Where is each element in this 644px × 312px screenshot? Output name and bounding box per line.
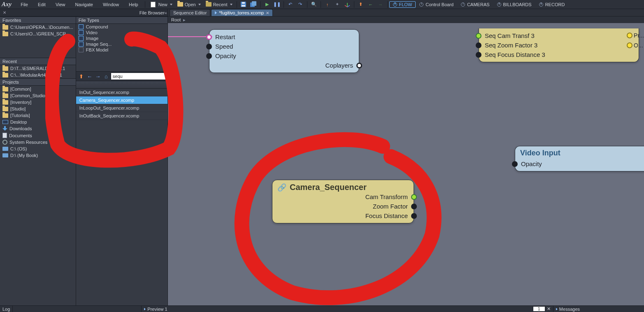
menu-navigate[interactable]: Navigate <box>70 0 98 9</box>
nav-back-icon[interactable]: ← <box>86 73 93 80</box>
point-icon[interactable]: ✦ <box>334 1 341 8</box>
tab-current-file[interactable]: *fugitivo_torres.xcomp ✕ <box>211 9 273 16</box>
back-arrow-icon[interactable]: ← <box>367 1 374 8</box>
favorite-item[interactable]: C:\Users\O...\GREEN_SCR... <box>0 30 76 37</box>
menu-help[interactable]: Help <box>124 0 143 9</box>
power-cameras-button[interactable]: CAMERAS <box>457 1 493 8</box>
filetype-item[interactable]: Image Seq... <box>76 41 167 47</box>
port-in[interactable] <box>512 161 518 167</box>
project-item[interactable]: C:\ (OS) <box>0 145 76 152</box>
undo-icon[interactable]: ↶ <box>287 1 294 8</box>
close-icon[interactable]: ✕ <box>2 10 7 16</box>
nav-up-icon[interactable]: ⬆ <box>78 73 85 80</box>
filetype-item[interactable]: Video <box>76 30 167 35</box>
project-label: System Resources <box>9 140 47 145</box>
breadcrumb-root[interactable]: Root <box>171 17 181 22</box>
power-record-button[interactable]: RECORD <box>535 1 569 8</box>
filetype-item[interactable]: FBX Model <box>76 47 167 53</box>
tab-sequence-editor[interactable]: Sequence Editor <box>170 9 210 16</box>
close-icon[interactable]: ✕ <box>547 306 551 312</box>
menu-view[interactable]: View <box>51 0 70 9</box>
new-file-icon <box>151 2 156 7</box>
open-button[interactable]: Open <box>175 2 203 7</box>
preview-tab[interactable]: Preview 1 <box>142 307 170 312</box>
save-icon[interactable] <box>240 1 247 8</box>
power-label: BILLBOARDS <box>503 2 532 7</box>
menu-file[interactable]: File <box>16 0 33 9</box>
port-out[interactable] <box>356 63 362 68</box>
port-in[interactable] <box>206 34 212 40</box>
node-canvas[interactable]: Restart Speed Opacity Coplayers Seq Cam … <box>168 23 644 305</box>
filetype-item[interactable]: Image <box>76 35 167 41</box>
project-item[interactable]: [Studio] <box>0 106 76 112</box>
node-camera-sequencer[interactable]: 🔗 Camera_Sequencer Cam Transform Zoom Fa… <box>272 180 414 223</box>
project-item[interactable]: [Tutorials] <box>0 112 76 119</box>
power-flow-button[interactable]: FLOW <box>389 1 416 8</box>
nav-home-icon[interactable]: ⌂ <box>102 73 110 80</box>
node-sequence-params[interactable]: Seq Cam Transf 3 Seq Zoom Factor 3 Seq F… <box>479 28 639 62</box>
port-out[interactable] <box>627 33 632 38</box>
port-in[interactable] <box>206 44 212 49</box>
port-in[interactable] <box>476 52 481 58</box>
project-item[interactable]: D:\ (My Book) <box>0 152 76 159</box>
project-label: Documents <box>9 133 32 138</box>
redo-icon[interactable]: ↷ <box>297 1 304 8</box>
recent-item[interactable]: D:\T...\ESMERALDA_4_3.1 <box>0 65 76 72</box>
project-item[interactable]: Desktop <box>0 119 76 125</box>
folder-icon <box>206 2 212 7</box>
menu-window[interactable]: Window <box>98 0 124 9</box>
node-title: Video Input <box>520 149 644 157</box>
power-controlboard-button[interactable]: Control Board <box>416 1 457 8</box>
file-row[interactable]: InLoopOut_Sequencer.xcomp <box>76 104 167 112</box>
port-in[interactable] <box>206 53 212 59</box>
project-item[interactable]: [Common_Studio] <box>0 92 76 99</box>
folder-icon <box>2 66 8 71</box>
power-billboards-button[interactable]: BILLBOARDS <box>493 1 535 8</box>
search-icon[interactable]: 🔍 <box>310 1 318 8</box>
separator <box>145 1 145 8</box>
port-out[interactable] <box>627 42 632 48</box>
menu-edit[interactable]: Edit <box>33 0 51 9</box>
hierarchy-up-icon[interactable]: ⬆ <box>357 1 365 8</box>
project-item[interactable]: System Resources <box>0 139 76 145</box>
messages-tab[interactable]: Messages <box>553 307 582 312</box>
file-row[interactable]: InOut_Sequencer.xcomp <box>76 89 167 96</box>
up-arrow-icon[interactable]: ↑ <box>324 1 331 8</box>
svg-line-6 <box>345 5 347 7</box>
link-icon: 🔗 <box>277 183 286 192</box>
pause-icon[interactable]: ❚❚ <box>273 1 281 8</box>
port-in[interactable] <box>476 42 481 48</box>
port-out[interactable] <box>411 204 417 209</box>
close-icon[interactable]: ✕ <box>266 11 269 15</box>
port-out[interactable] <box>411 213 417 219</box>
page-input[interactable] <box>533 306 545 312</box>
file-row[interactable]: Camera_Sequencer.xcomp <box>76 96 167 104</box>
favorite-item[interactable]: C:\Users\OPERA...\Documen... <box>0 24 76 30</box>
folder-icon <box>177 2 183 7</box>
play-icon <box>144 308 146 310</box>
recent-item[interactable]: C:\...\ModularArt4____5.1 <box>0 72 76 78</box>
star-icon[interactable]: ★ <box>167 82 167 87</box>
project-item[interactable]: Documents <box>0 132 76 139</box>
power-label: Control Board <box>425 2 453 7</box>
save-all-icon[interactable] <box>250 1 257 8</box>
new-button[interactable]: New <box>147 2 175 7</box>
project-item[interactable]: Downloads <box>0 125 76 132</box>
recent-button[interactable]: Recent <box>203 2 235 7</box>
favorites-header: Favorites <box>0 16 76 24</box>
search-input[interactable] <box>111 73 167 80</box>
project-item[interactable]: [Inventory] <box>0 99 76 106</box>
filetype-item[interactable]: Compound <box>76 24 167 30</box>
forward-arrow-icon[interactable]: → <box>377 1 384 8</box>
port-out[interactable] <box>411 194 417 200</box>
node-video-input[interactable]: Video Input Opacity <box>515 146 644 171</box>
nav-fwd-icon[interactable]: → <box>94 73 102 80</box>
axis-icon[interactable] <box>344 1 351 8</box>
port-in[interactable] <box>476 33 481 39</box>
collapse-icon[interactable]: « <box>165 10 166 15</box>
play-icon[interactable]: ▶ <box>263 1 271 8</box>
node-player[interactable]: Restart Speed Opacity Coplayers <box>209 29 359 73</box>
log-tab[interactable]: Log <box>0 307 12 312</box>
project-item[interactable]: [Common] <box>0 86 76 92</box>
file-row[interactable]: InOutBack_Sequencer.xcomp <box>76 112 167 120</box>
